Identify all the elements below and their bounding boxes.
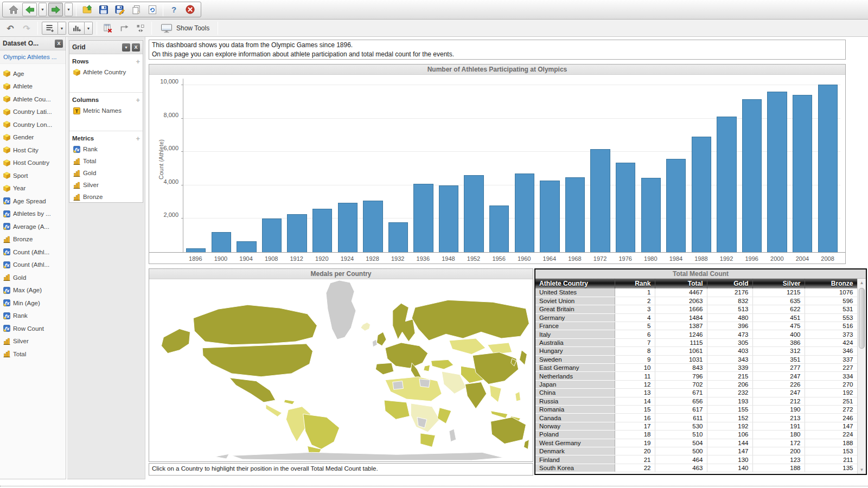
bar-2004[interactable] xyxy=(793,95,812,252)
insert-grid-button[interactable] xyxy=(42,22,58,35)
dataset-metric-item[interactable]: Silver xyxy=(0,335,66,348)
bar-1936[interactable] xyxy=(413,184,433,252)
bar-1920[interactable] xyxy=(312,209,332,252)
map-region-central-america[interactable] xyxy=(266,404,282,417)
bar-1964[interactable] xyxy=(540,181,559,252)
dataset-attribute-item[interactable]: Gender xyxy=(0,131,66,144)
map-region-united-kingdom[interactable] xyxy=(376,332,386,346)
table-row[interactable]: Finland21464130123211 xyxy=(535,455,857,464)
table-row[interactable]: Netherlands11796215247334 xyxy=(535,372,857,380)
back-dropdown-button[interactable]: ▼ xyxy=(39,3,47,16)
bar-1968[interactable] xyxy=(565,177,585,252)
scroll-up-icon[interactable]: ▲ xyxy=(858,279,866,287)
dataset-metric-item[interactable]: Gold xyxy=(0,271,66,284)
scroll-down-icon[interactable]: ▼ xyxy=(858,466,866,474)
bar-1904[interactable] xyxy=(237,241,256,252)
table-row[interactable]: Canada16611152213246 xyxy=(535,414,857,422)
table-row[interactable]: Poland18510106180224 xyxy=(535,431,857,439)
map-region-spain[interactable] xyxy=(375,363,393,375)
dataset-attribute-item[interactable]: Athlete xyxy=(0,80,66,93)
bar-1960[interactable] xyxy=(515,174,534,252)
bar-1932[interactable] xyxy=(388,222,408,252)
map-region-scandinavia[interactable] xyxy=(393,303,415,342)
map-region-antarctica[interactable] xyxy=(232,452,503,460)
dataset-attribute-item[interactable]: Country Lon... xyxy=(0,118,66,131)
column-header-rank[interactable]: Rank xyxy=(615,279,655,288)
undo-button[interactable]: ↶ xyxy=(3,22,17,35)
column-header-bronze[interactable]: Bronze xyxy=(805,279,857,288)
map-region-antarctica-west[interactable] xyxy=(215,454,229,459)
insert-chart-dropdown[interactable]: ▼ xyxy=(85,22,93,35)
table-row[interactable]: France51387396475516 xyxy=(535,322,857,330)
dataset-metric-item[interactable]: fxRow Count xyxy=(0,322,66,335)
map-region-philippines[interactable] xyxy=(515,391,521,401)
map-region-russia[interactable] xyxy=(412,300,529,341)
insert-arrow-button[interactable] xyxy=(117,22,131,35)
bar-1956[interactable] xyxy=(489,206,509,252)
bar-2000[interactable] xyxy=(767,92,787,252)
dataset-metric-item[interactable]: fxMax (Age) xyxy=(0,284,66,297)
scrollbar-thumb[interactable] xyxy=(859,288,865,349)
grid-item[interactable]: Bronze xyxy=(72,191,140,203)
bar-1928[interactable] xyxy=(363,201,382,252)
map-region-central-africa[interactable] xyxy=(411,403,439,432)
back-button[interactable] xyxy=(22,3,37,16)
table-row[interactable]: Japan12702206226270 xyxy=(535,380,857,388)
bar-1992[interactable] xyxy=(717,117,736,252)
column-header-silver[interactable]: Silver xyxy=(752,279,805,288)
dataset-metric-item[interactable]: fxAthletes by ... xyxy=(0,208,66,221)
add-icon[interactable]: + xyxy=(136,57,140,66)
add-icon[interactable]: + xyxy=(136,134,140,143)
table-row[interactable]: South Korea22463140188135 xyxy=(535,464,857,472)
dataset-attribute-item[interactable]: Athlete Cou... xyxy=(0,93,66,106)
insert-chart-button[interactable] xyxy=(68,22,85,35)
copy-button[interactable] xyxy=(129,3,143,16)
refresh-button[interactable] xyxy=(145,3,159,16)
show-tools-button[interactable]: Show Tools xyxy=(156,22,214,35)
map-region-indonesia[interactable] xyxy=(491,411,508,419)
map-region-brazil[interactable] xyxy=(303,414,340,450)
bar-1952[interactable] xyxy=(464,175,483,252)
map-region-ireland[interactable] xyxy=(372,339,377,347)
bar-1988[interactable] xyxy=(692,137,711,252)
grid-item[interactable]: Total xyxy=(72,155,140,167)
table-row[interactable]: Germany41484480451553 xyxy=(535,313,857,322)
bar-1908[interactable] xyxy=(262,219,282,252)
save-as-button[interactable] xyxy=(112,3,127,16)
bar-1976[interactable] xyxy=(616,163,635,252)
dataset-panel-close-icon[interactable]: X xyxy=(55,40,63,48)
map-region-south-africa[interactable] xyxy=(420,433,436,447)
table-scrollbar[interactable]: ▲ ▼ xyxy=(857,279,866,474)
map-region-madagascar[interactable] xyxy=(449,429,456,442)
map-region-india[interactable] xyxy=(465,382,486,409)
dataset-source-link[interactable]: Olympic Athletes ... xyxy=(0,50,66,64)
table-row[interactable]: Hungary81061403312346 xyxy=(535,347,857,355)
map-region-libya[interactable] xyxy=(419,379,430,388)
column-header-gold[interactable]: Gold xyxy=(707,279,752,288)
bar-1972[interactable] xyxy=(590,149,610,252)
home-button[interactable] xyxy=(6,3,21,16)
dataset-attribute-item[interactable]: Country Lati... xyxy=(0,106,66,119)
delete-column-button[interactable] xyxy=(101,22,115,35)
dataset-metric-item[interactable]: fxRank xyxy=(0,310,66,323)
bar-1896[interactable] xyxy=(186,248,206,252)
grid-item[interactable]: Gold xyxy=(72,167,140,179)
bar-1948[interactable] xyxy=(439,185,458,252)
map-region-canada[interactable] xyxy=(193,305,317,345)
resize-panels-button[interactable] xyxy=(133,22,148,35)
bar-2008[interactable] xyxy=(818,85,838,252)
table-row[interactable]: West Germany19504144172188 xyxy=(535,439,857,447)
add-icon[interactable]: + xyxy=(136,96,140,104)
map-region-turkey[interactable] xyxy=(431,359,454,369)
dataset-metric-item[interactable]: fxAverage (A... xyxy=(0,220,66,233)
grid-panel-collapse-icon[interactable]: ▼ xyxy=(122,43,130,52)
bar-1980[interactable] xyxy=(641,178,661,252)
dataset-attribute-item[interactable]: Host City xyxy=(0,144,66,157)
table-row[interactable]: Soviet Union22063832635596 xyxy=(535,297,857,305)
map-region-kazakhstan[interactable] xyxy=(449,338,486,354)
column-header-total[interactable]: Total xyxy=(655,279,707,288)
dataset-metric-item[interactable]: fxCount (Athl... xyxy=(0,259,66,272)
dataset-attribute-item[interactable]: Year xyxy=(0,182,66,195)
open-folder-button[interactable] xyxy=(80,3,94,16)
grid-item[interactable]: TMetric Names xyxy=(72,105,140,117)
